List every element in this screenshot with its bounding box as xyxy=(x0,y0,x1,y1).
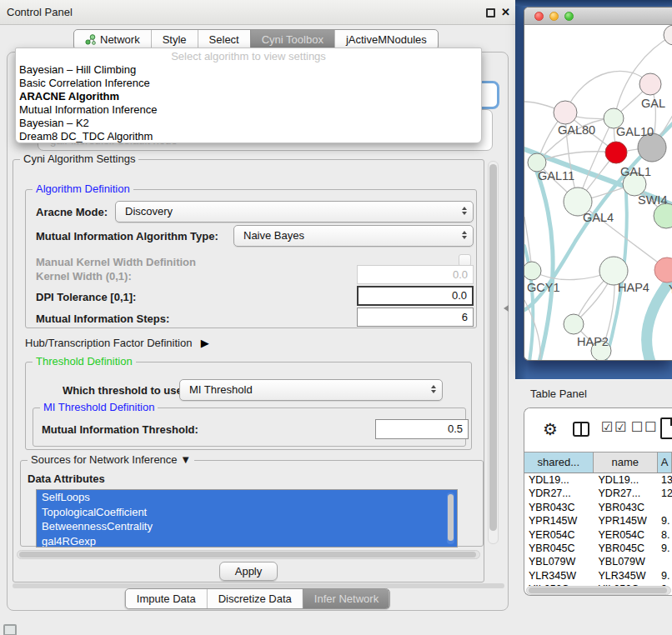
node[interactable] xyxy=(664,25,672,45)
settings-vscrollbar[interactable] xyxy=(488,161,499,544)
aracne-mode-label: Aracne Mode: xyxy=(36,206,108,218)
tab-jactivemnodules[interactable]: jActiveMNodules xyxy=(334,30,438,49)
node-gcy1[interactable] xyxy=(524,262,541,280)
dpi-tolerance-label: DPI Tolerance [0,1]: xyxy=(36,291,136,303)
dropdown-item[interactable]: Basic Correlation Inference xyxy=(16,77,481,90)
close-icon[interactable]: ✕ xyxy=(501,5,510,20)
node-label: GAL xyxy=(641,97,665,110)
algorithm-definition-group: Algorithm Definition Aracne Mode: Discov… xyxy=(25,189,477,328)
manual-kernel-label: Manual Kernel Width Definition xyxy=(36,256,196,268)
tab-infer-network[interactable]: Infer Network xyxy=(303,589,389,608)
dpi-tolerance-field[interactable]: 0.0 xyxy=(357,286,474,306)
node-label: GAL4 xyxy=(583,211,614,224)
mi-type-select[interactable]: Naive Bayes xyxy=(233,225,474,247)
which-threshold-select[interactable]: MI Threshold xyxy=(179,379,443,401)
node-label: SWI4 xyxy=(638,193,667,207)
node-label: GCY1 xyxy=(527,281,560,294)
node-swi4[interactable] xyxy=(654,203,672,228)
table-window: ⚙ ☑☑ ☐☐ shared... name A YDL19...YDL19..… xyxy=(524,408,672,596)
table-row[interactable]: YLR345WYLR345W9. xyxy=(524,569,672,582)
node-gal-partial[interactable] xyxy=(639,73,661,95)
table-toolbar: ⚙ ☑☑ ☐☐ xyxy=(524,408,672,452)
dropdown-item[interactable]: Mutual Information Inference xyxy=(16,103,481,117)
apply-button[interactable]: Apply xyxy=(219,562,278,581)
aracne-mode-select[interactable]: Discovery xyxy=(115,201,474,222)
tab-impute-data[interactable]: Impute Data xyxy=(126,589,207,608)
document-icon[interactable] xyxy=(660,418,672,439)
control-panel-titlebar: Control Panel ✕ xyxy=(0,0,515,25)
kernel-width-field[interactable]: 0.0 xyxy=(357,265,474,284)
mi-steps-field[interactable]: 6 xyxy=(357,308,474,327)
table-header-row: shared... name A xyxy=(524,452,672,473)
split-pane-handle[interactable] xyxy=(504,305,509,312)
dropdown-item-highlighted[interactable]: ARACNE Algorithm xyxy=(16,90,481,103)
mi-threshold-group: MI Threshold Definition Mutual Informati… xyxy=(33,408,466,447)
tab-network-label: Network xyxy=(100,30,140,49)
mi-threshold-field[interactable]: 0.5 xyxy=(375,419,469,439)
table-panel-title: Table Panel xyxy=(530,388,587,400)
kernel-width-label: Kernel Width (0,1): xyxy=(36,270,132,282)
settings-hscrollbar[interactable] xyxy=(17,550,480,559)
table-row[interactable]: YBL079WYBL079W xyxy=(524,555,672,568)
list-scrollbar[interactable] xyxy=(447,492,454,544)
tab-cyni-toolbox[interactable]: Cyni Toolbox xyxy=(250,30,334,49)
list-item[interactable]: BetweennessCentrality xyxy=(37,519,457,534)
stepper-icon xyxy=(462,207,467,215)
hub-definition-toggle[interactable]: Hub/Transcription Factor Definition ▶ xyxy=(25,335,209,350)
table-row[interactable]: YBR043CYBR043C xyxy=(524,501,672,514)
mi-steps-label: Mutual Information Steps: xyxy=(36,312,169,325)
list-item[interactable]: gal4RGexp xyxy=(37,534,457,548)
cyni-bottom-tabbar: Impute Data Discretize Data Infer Networ… xyxy=(125,588,390,609)
column-browser-icon[interactable] xyxy=(573,422,589,437)
cyni-algorithm-settings-group: Cyni Algorithm Settings Algorithm Defini… xyxy=(13,159,484,582)
tab-select[interactable]: Select xyxy=(198,30,250,49)
data-attributes-list[interactable]: SelfLoops TopologicalCoefficient Between… xyxy=(36,489,458,548)
sources-group: Sources for Network Inference ▼ Data Att… xyxy=(20,460,484,547)
mac-close-button[interactable] xyxy=(534,12,544,21)
settings-group-title: Cyni Algorithm Settings xyxy=(20,152,138,165)
node-label: GAL80 xyxy=(558,123,595,137)
algorithm-dropdown-popup: Select algorithm to view settings Bayesi… xyxy=(15,48,482,143)
deselect-all-checkboxes-icon[interactable]: ☐☐ xyxy=(631,419,659,435)
dropdown-item[interactable]: Bayesian – Hill Climbing xyxy=(16,63,481,77)
node-selected-red[interactable] xyxy=(605,142,627,163)
node-label: GAL1 xyxy=(620,165,651,178)
gear-icon[interactable]: ⚙ xyxy=(543,418,558,440)
network-view-window[interactable]: GAL GAL80 GAL10 GAL1 GAL11 SWI4 GAL4 GCY… xyxy=(524,7,672,361)
network-window-titlebar[interactable] xyxy=(524,8,672,25)
table-row[interactable]: YER054CYER054C8. xyxy=(524,528,672,542)
tab-network[interactable]: Network xyxy=(74,30,151,49)
column-header-partial[interactable]: A xyxy=(658,452,672,472)
restore-panel-icon[interactable] xyxy=(3,624,17,635)
list-item[interactable]: SelfLoops xyxy=(37,490,457,505)
table-row[interactable]: YBR045CYBR045C9. xyxy=(524,542,672,555)
dropdown-placeholder: Select algorithm to view settings xyxy=(16,49,481,63)
dropdown-item[interactable]: Bayesian – K2 xyxy=(16,117,481,130)
tab-discretize-data[interactable]: Discretize Data xyxy=(207,589,303,608)
select-all-checkboxes-icon[interactable]: ☑☑ xyxy=(601,419,629,435)
list-item[interactable]: TopologicalCoefficient xyxy=(37,505,457,520)
float-panel-icon[interactable] xyxy=(486,8,495,18)
node-label: HAP2 xyxy=(577,335,609,348)
node-label: HAP4 xyxy=(618,281,649,294)
collapse-down-icon[interactable]: ▼ xyxy=(180,453,191,466)
network-canvas[interactable]: GAL GAL80 GAL10 GAL1 GAL11 SWI4 GAL4 GCY… xyxy=(524,25,672,361)
mac-zoom-button[interactable] xyxy=(564,12,574,21)
table-hscrollbar[interactable] xyxy=(526,586,671,595)
data-attributes-label: Data Attributes xyxy=(28,472,105,485)
dropdown-item[interactable]: Dream8 DC_TDC Algorithm xyxy=(16,130,481,143)
node-label: Y xyxy=(669,282,672,296)
table-row[interactable]: YDR27...YDR27...12 xyxy=(524,487,672,500)
node-hap2[interactable] xyxy=(564,314,584,334)
edge xyxy=(565,71,650,112)
table-row[interactable]: YDL19...YDL19...13 xyxy=(524,473,672,487)
stepper-icon xyxy=(431,385,436,393)
control-panel: Control Panel ✕ Network Style Select Cyn… xyxy=(0,0,515,635)
column-header-shared-name[interactable]: shared... xyxy=(524,452,594,472)
table-row[interactable]: YPR145WYPR145W9. xyxy=(524,514,672,528)
table-panel-region: Table Panel ⚙ ☑☑ ☐☐ shared... name A YDL… xyxy=(515,379,672,635)
column-header-name[interactable]: name xyxy=(594,452,659,472)
node-gal80[interactable] xyxy=(554,101,577,124)
mac-minimize-button[interactable] xyxy=(549,12,559,21)
tab-style[interactable]: Style xyxy=(151,30,198,49)
